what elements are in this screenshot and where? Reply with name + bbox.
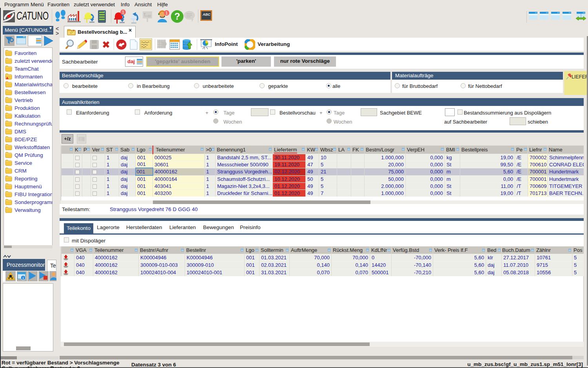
svg-text:?: ? — [174, 11, 180, 22]
svg-text:ABC: ABC — [202, 13, 211, 16]
svg-text:1: 1 — [122, 10, 124, 15]
svg-text:1: 1 — [165, 11, 168, 15]
svg-text:i: i — [23, 276, 24, 280]
